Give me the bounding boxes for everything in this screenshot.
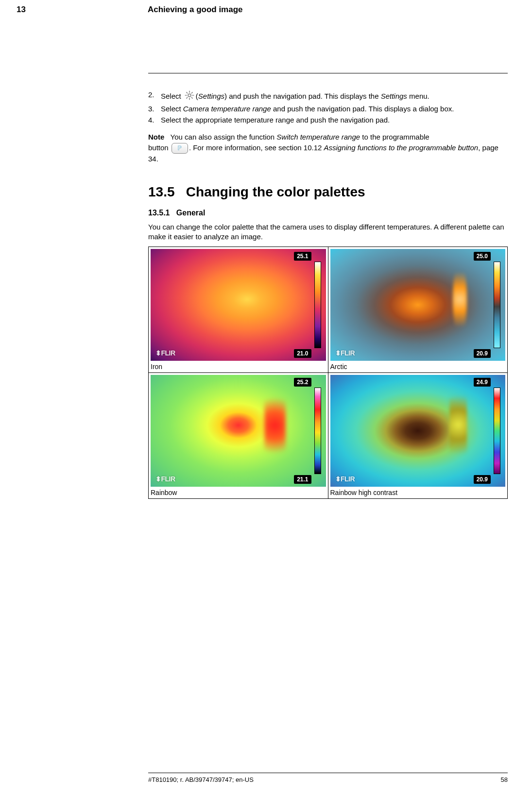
subsection-number: 13.5.1 [148, 209, 170, 217]
text: Select [161, 105, 183, 113]
step-4: 4. Select the appropriate temperature ra… [148, 115, 508, 125]
step-number: 2. [148, 90, 161, 103]
text: and push the navigation pad. This displa… [227, 92, 381, 100]
text: Camera temperature range [183, 105, 271, 113]
subsection-heading: 13.5.1 General [148, 209, 508, 217]
chapter-title: Achieving a good image [148, 5, 243, 15]
p-button-icon: ℙ [172, 143, 188, 154]
note-block: Note You can also assign the function Sw… [148, 132, 508, 165]
subsection-title: General [176, 209, 206, 217]
flir-logo: ⬍FLIR [155, 475, 175, 483]
note-label: Note [148, 133, 164, 141]
doc-id: #T810190; r. AB/39747/39747; en-US [148, 776, 254, 783]
step-text: Select the appropriate temperature range… [161, 115, 508, 125]
settings-label: Settings [198, 92, 224, 100]
step-2: 2. Select (Settings) and push the naviga… [148, 90, 508, 103]
step-3: 3. Select Camera temperature range and p… [148, 104, 508, 114]
gear-icon [184, 90, 195, 103]
text: button [148, 143, 171, 152]
temp-max: 25.1 [294, 252, 311, 261]
thermal-image-rainbow: 25.2 21.1 ⬍FLIR [151, 375, 326, 487]
step-number: 3. [148, 104, 161, 114]
temp-min: 20.9 [474, 475, 491, 484]
flir-logo: ⬍FLIR [335, 349, 355, 357]
text: to the programmable [360, 133, 429, 141]
text: Switch temperature range [276, 133, 360, 141]
page-number: 58 [501, 776, 508, 783]
text: Assigning functions to the programmable … [324, 143, 479, 152]
thermal-image-rainbow-hc: 24.9 20.9 ⬍FLIR [330, 375, 506, 487]
svg-point-0 [188, 94, 191, 97]
step-text: Select Camera temperature range and push… [161, 104, 508, 114]
color-scale-bar [494, 262, 500, 348]
color-scale-bar [494, 388, 500, 474]
palette-caption: Rainbow high contrast [330, 487, 506, 496]
step-number: 4. [148, 115, 161, 125]
palette-cell-rainbow-hc: 24.9 20.9 ⬍FLIR Rainbow high contrast [328, 373, 508, 499]
palette-caption: Rainbow [151, 487, 326, 496]
section-title: Changing the color palettes [186, 184, 365, 199]
palette-caption: Iron [151, 361, 326, 371]
text: You can also assign the function [171, 133, 277, 141]
text: Select [161, 92, 183, 100]
section-number: 13.5 [148, 184, 175, 199]
palette-cell-rainbow: 25.2 21.1 ⬍FLIR Rainbow [149, 373, 328, 499]
palette-caption: Arctic [330, 361, 506, 371]
palette-cell-arctic: 25.0 20.9 ⬍FLIR Arctic [328, 247, 508, 373]
thermal-image-arctic: 25.0 20.9 ⬍FLIR [330, 249, 506, 361]
text: . For more information, see section 10.1… [189, 143, 324, 152]
palette-table: 25.1 21.0 ⬍FLIR Iron 25.0 20.9 ⬍FLIR Arc… [148, 247, 508, 499]
text: menu. [407, 92, 429, 100]
color-scale-bar [314, 388, 321, 474]
color-scale-bar [314, 262, 321, 348]
flir-logo: ⬍FLIR [335, 475, 355, 483]
temp-max: 25.2 [294, 378, 311, 387]
section-heading: 13.5 Changing the color palettes [148, 184, 508, 200]
flir-logo: ⬍FLIR [155, 349, 175, 357]
page-footer: #T810190; r. AB/39747/39747; en-US 58 [148, 773, 508, 783]
section-paragraph: You can change the color palette that th… [148, 222, 508, 242]
temp-min: 21.1 [294, 475, 311, 484]
text: Settings [381, 92, 407, 100]
temp-max: 24.9 [474, 378, 491, 387]
palette-cell-iron: 25.1 21.0 ⬍FLIR Iron [149, 247, 328, 373]
thermal-image-iron: 25.1 21.0 ⬍FLIR [151, 249, 326, 361]
temp-min: 20.9 [474, 349, 491, 358]
chapter-number: 13 [17, 5, 148, 15]
text: and push the navigation pad. This displa… [271, 105, 454, 113]
step-text: Select (Settings) and push the navigatio… [161, 90, 508, 103]
temp-max: 25.0 [474, 252, 491, 261]
top-rule [148, 73, 508, 73]
temp-min: 21.0 [294, 349, 311, 358]
